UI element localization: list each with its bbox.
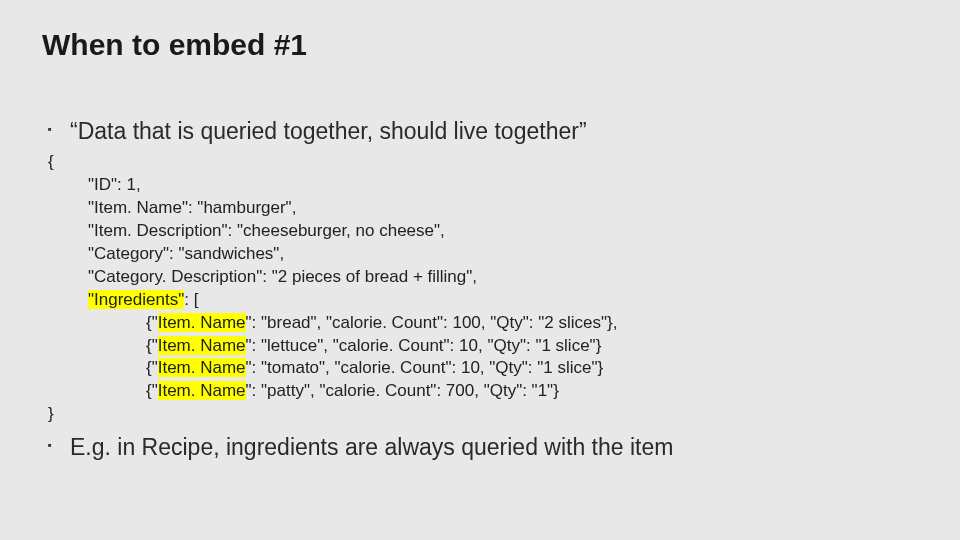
slide: When to embed #1 “Data that is queried t… [0, 0, 960, 461]
code-close-brace: } [48, 404, 54, 423]
code-line-id: "ID": 1, [48, 174, 918, 197]
code-line-cat: "Category": "sandwiches", [48, 243, 918, 266]
code-line-ing3: {"Item. Name": "tomato", "calorie. Count… [48, 357, 918, 380]
slide-title: When to embed #1 [42, 28, 918, 62]
highlight-itemname-4: Item. Name [158, 381, 246, 400]
code-line-ingredients: "Ingredients": [ [48, 289, 918, 312]
code-line-ing4: {"Item. Name": "patty", "calorie. Count"… [48, 380, 918, 403]
highlight-itemname-3: Item. Name [158, 358, 246, 377]
bullet-item-1: “Data that is queried together, should l… [42, 118, 918, 145]
code-line-ing1: {"Item. Name": "bread", "calorie. Count"… [48, 312, 918, 335]
code-line-name: "Item. Name": "hamburger", [48, 197, 918, 220]
highlight-itemname-1: Item. Name [158, 313, 246, 332]
code-open-brace: { [48, 152, 54, 171]
json-code-block: { "ID": 1, "Item. Name": "hamburger", "I… [42, 151, 918, 426]
code-line-catdesc: "Category. Description": "2 pieces of br… [48, 266, 918, 289]
bullet-list: “Data that is queried together, should l… [42, 118, 918, 145]
bullet-text-1: “Data that is queried together, should l… [70, 118, 587, 144]
highlight-ingredients: "Ingredients" [88, 290, 184, 309]
bullet-list-2: E.g. in Recipe, ingredients are always q… [42, 434, 918, 461]
highlight-itemname-2: Item. Name [158, 336, 246, 355]
bullet-item-2: E.g. in Recipe, ingredients are always q… [42, 434, 918, 461]
bullet-text-2: E.g. in Recipe, ingredients are always q… [70, 434, 673, 460]
code-line-ing2: {"Item. Name": "lettuce", "calorie. Coun… [48, 335, 918, 358]
code-line-desc: "Item. Description": "cheeseburger, no c… [48, 220, 918, 243]
